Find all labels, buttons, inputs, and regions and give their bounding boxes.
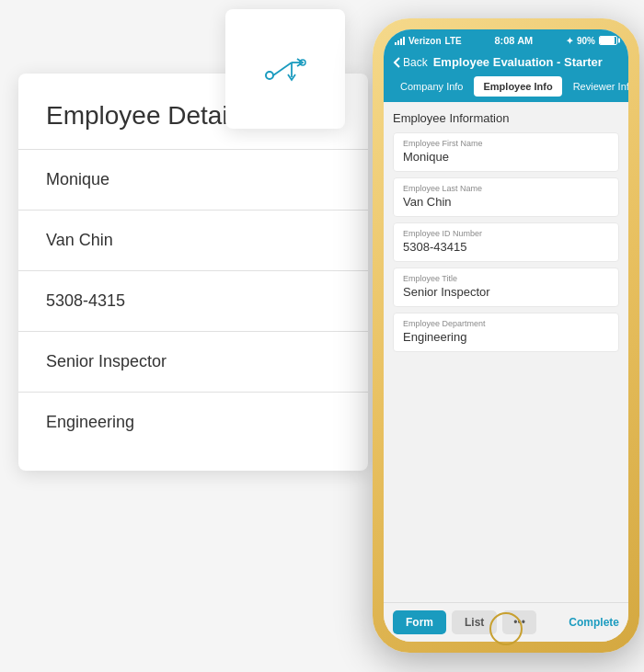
form-button[interactable]: Form [393, 610, 446, 634]
signal-bar-3 [400, 39, 402, 45]
svg-line-2 [273, 63, 292, 75]
card-row-title: Senior Inspector [46, 332, 340, 392]
status-right: ✦ 90% [566, 36, 617, 46]
phone-outer: Verizon LTE 8:08 AM ✦ 90% [373, 18, 639, 653]
battery-icon [599, 36, 617, 45]
card-row-last-name: Van Chin [46, 211, 340, 270]
battery-fill [600, 37, 615, 44]
back-label: Back [403, 56, 428, 69]
employee-details-card: Employee Details Monique Van Chin 5308-4… [18, 74, 368, 471]
network-label: LTE [445, 36, 462, 46]
field-title-label: Employee Title [403, 274, 609, 283]
signal-bar-4 [403, 37, 405, 45]
battery-pct: 90% [577, 36, 595, 46]
complete-button[interactable]: Complete [569, 616, 619, 629]
status-time: 8:08 AM [494, 35, 533, 46]
field-first-name-value: Monique [403, 150, 609, 164]
nav-title: Employee Evaluation - Starter [433, 55, 603, 69]
back-chevron-icon [393, 57, 400, 68]
field-title: Employee Title Senior Inspector [393, 268, 619, 307]
section-title: Employee Information [393, 111, 619, 125]
signal-bar-2 [397, 40, 399, 45]
card-row-department: Engineering [46, 393, 340, 452]
bluetooth-icon: ✦ [566, 36, 573, 46]
card-row-first-name: Monique [46, 150, 340, 210]
field-last-name-value: Van Chin [403, 195, 609, 209]
field-department: Employee Department Engineering [393, 313, 619, 352]
field-employee-id-value: 5308-43415 [403, 240, 609, 254]
phone-container: Verizon LTE 8:08 AM ✦ 90% [373, 18, 639, 653]
signal-bars [395, 36, 405, 45]
phone-inner: Verizon LTE 8:08 AM ✦ 90% [384, 29, 628, 642]
field-employee-id: Employee ID Number 5308-43415 [393, 222, 619, 262]
phone-screen: Verizon LTE 8:08 AM ✦ 90% [384, 29, 628, 642]
status-left: Verizon LTE [395, 36, 462, 46]
card-row-employee-id: 5308-4315 [46, 271, 340, 331]
field-first-name: Employee First Name Monique [393, 132, 619, 172]
branch-arrow-icon [253, 37, 317, 101]
signal-bar-1 [395, 42, 397, 45]
tab-bar: Company Info Employee Info Reviewer Info… [384, 76, 628, 102]
field-department-value: Engineering [403, 330, 609, 344]
arrow-icon-card [225, 9, 345, 129]
svg-point-0 [266, 72, 273, 79]
status-bar: Verizon LTE 8:08 AM ✦ 90% [384, 29, 628, 50]
screen-content: Employee Information Employee First Name… [384, 102, 628, 602]
tab-company-info[interactable]: Company Info [391, 76, 472, 97]
home-button[interactable] [489, 612, 523, 645]
field-first-name-label: Employee First Name [403, 139, 609, 148]
back-button[interactable]: Back [393, 56, 428, 69]
field-employee-id-label: Employee ID Number [403, 229, 609, 238]
nav-bar: Back Employee Evaluation - Starter [384, 50, 628, 76]
field-last-name-label: Employee Last Name [403, 184, 609, 193]
field-department-label: Employee Department [403, 319, 609, 328]
tab-reviewer-info[interactable]: Reviewer Info [564, 76, 628, 97]
carrier-label: Verizon [408, 36, 442, 46]
tab-employee-info[interactable]: Employee Info [474, 76, 561, 97]
field-title-value: Senior Inspector [403, 285, 609, 299]
field-last-name: Employee Last Name Van Chin [393, 177, 619, 217]
